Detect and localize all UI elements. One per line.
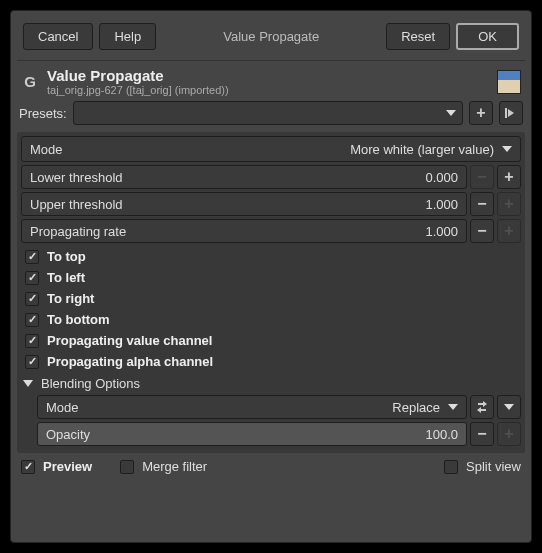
opacity-plus-button[interactable]: + — [497, 422, 521, 446]
opacity-minus-button[interactable]: − — [470, 422, 494, 446]
help-button[interactable]: Help — [99, 23, 156, 50]
reset-button[interactable]: Reset — [386, 23, 450, 50]
propagating-rate-minus-button[interactable]: − — [470, 219, 494, 243]
lower-threshold-input[interactable]: Lower threshold 0.000 — [21, 165, 467, 189]
blending-options-title: Blending Options — [41, 376, 140, 391]
propagating-alpha-label: Propagating alpha channel — [47, 354, 213, 369]
propagating-rate-label: Propagating rate — [30, 224, 126, 239]
merge-filter-label: Merge filter — [142, 459, 207, 474]
expand-icon — [23, 380, 33, 387]
chevron-down-icon — [446, 110, 456, 116]
content-panel: Mode More white (larger value) Lower thr… — [17, 132, 525, 453]
ok-button[interactable]: OK — [456, 23, 519, 50]
lower-threshold-plus-button[interactable]: + — [497, 165, 521, 189]
blend-mode-swap-button[interactable] — [470, 395, 494, 419]
presets-label: Presets: — [19, 106, 67, 121]
mode-dropdown[interactable]: Mode More white (larger value) — [21, 136, 521, 162]
presets-row: Presets: + — [17, 98, 525, 128]
propagating-value-label: Propagating value channel — [47, 333, 212, 348]
opacity-label: Opacity — [46, 427, 90, 442]
upper-threshold-value: 1.000 — [425, 197, 458, 212]
propagating-rate-input[interactable]: Propagating rate 1.000 — [21, 219, 467, 243]
dialog-header: G Value Propagate taj_orig.jpg-627 ([taj… — [17, 61, 525, 98]
blend-mode-dropdown[interactable]: Mode Replace — [37, 395, 467, 419]
to-right-checkbox[interactable] — [25, 292, 39, 306]
blend-mode-menu-button[interactable] — [497, 395, 521, 419]
upper-threshold-input[interactable]: Upper threshold 1.000 — [21, 192, 467, 216]
split-view-checkbox[interactable] — [444, 460, 458, 474]
propagating-alpha-checkbox[interactable] — [25, 355, 39, 369]
image-thumbnail[interactable] — [497, 70, 521, 94]
blend-mode-value: Replace — [392, 400, 440, 415]
lower-threshold-label: Lower threshold — [30, 170, 123, 185]
preview-checkbox[interactable] — [21, 460, 35, 474]
chevron-down-icon — [504, 404, 514, 410]
dialog-button-row: Cancel Help Value Propagate Reset OK — [17, 17, 525, 61]
dialog-title: Value Propagate — [47, 67, 489, 84]
mode-value: More white (larger value) — [350, 142, 494, 157]
footer-row: Preview Merge filter Split view — [17, 453, 525, 476]
propagating-value-checkbox[interactable] — [25, 334, 39, 348]
gimp-icon: G — [21, 73, 39, 91]
lower-threshold-value: 0.000 — [425, 170, 458, 185]
upper-threshold-label: Upper threshold — [30, 197, 123, 212]
chevron-down-icon — [502, 146, 512, 152]
dialog-breadcrumb: Value Propagate — [162, 23, 380, 50]
to-right-label: To right — [47, 291, 94, 306]
lower-threshold-minus-button[interactable]: − — [470, 165, 494, 189]
presets-manage-button[interactable] — [499, 101, 523, 125]
opacity-value: 100.0 — [425, 427, 458, 442]
to-bottom-label: To bottom — [47, 312, 110, 327]
mode-label: Mode — [30, 142, 63, 157]
value-propagate-dialog: Cancel Help Value Propagate Reset OK G V… — [10, 10, 532, 543]
svg-rect-1 — [505, 108, 507, 118]
to-top-label: To top — [47, 249, 86, 264]
presets-add-button[interactable]: + — [469, 101, 493, 125]
to-bottom-checkbox[interactable] — [25, 313, 39, 327]
merge-filter-checkbox[interactable] — [120, 460, 134, 474]
propagating-rate-value: 1.000 — [425, 224, 458, 239]
split-view-label: Split view — [466, 459, 521, 474]
to-left-checkbox[interactable] — [25, 271, 39, 285]
upper-threshold-plus-button[interactable]: + — [497, 192, 521, 216]
presets-dropdown[interactable] — [73, 101, 463, 125]
upper-threshold-minus-button[interactable]: − — [470, 192, 494, 216]
preview-label: Preview — [43, 459, 92, 474]
svg-marker-0 — [508, 109, 514, 117]
opacity-slider[interactable]: Opacity 100.0 — [37, 422, 467, 446]
to-left-label: To left — [47, 270, 85, 285]
blend-mode-label: Mode — [46, 400, 79, 415]
cancel-button[interactable]: Cancel — [23, 23, 93, 50]
chevron-down-icon — [448, 404, 458, 410]
dialog-subtitle: taj_orig.jpg-627 ([taj_orig] (imported)) — [47, 84, 489, 96]
blending-options-toggle[interactable]: Blending Options — [21, 372, 521, 395]
to-top-checkbox[interactable] — [25, 250, 39, 264]
propagating-rate-plus-button[interactable]: + — [497, 219, 521, 243]
